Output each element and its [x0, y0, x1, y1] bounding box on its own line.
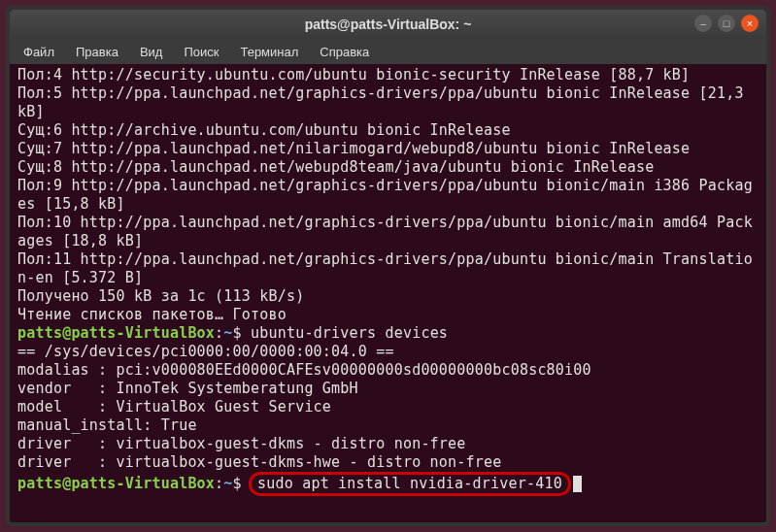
menu-view[interactable]: Вид	[130, 42, 173, 62]
window-title: patts@patts-VirtualBox: ~	[10, 17, 766, 32]
terminal-window: patts@patts-VirtualBox: ~ – □ × Файл Пра…	[6, 6, 770, 526]
prompt-line: patts@patts-VirtualBox:~$ ubuntu-drivers…	[17, 324, 759, 343]
menu-help[interactable]: Справка	[310, 42, 379, 62]
output-line: modalias : pci:v000080EEd0000CAFEsv00000…	[17, 361, 759, 380]
prompt-sep: :	[215, 324, 223, 342]
prompt-userhost: patts@patts-VirtualBox	[17, 475, 215, 492]
prompt-sep: :	[215, 475, 223, 492]
output-line: Сущ:8 http://ppa.launchpad.net/webupd8te…	[17, 158, 759, 177]
output-line: Чтение списков пакетов… Готово	[17, 306, 759, 324]
output-line: manual_install: True	[17, 416, 759, 435]
output-line: vendor : InnoTek Systemberatung GmbH	[17, 380, 759, 398]
output-line: Пол:5 http://ppa.launchpad.net/graphics-…	[17, 84, 759, 121]
prompt-symbol: $	[233, 475, 242, 492]
menu-edit[interactable]: Правка	[66, 42, 128, 62]
prompt-userhost: patts@patts-VirtualBox	[17, 324, 215, 342]
close-button[interactable]: ×	[741, 15, 759, 32]
output-line: driver : virtualbox-guest-dkms-hwe - dis…	[17, 453, 759, 472]
titlebar: patts@patts-VirtualBox: ~ – □ ×	[10, 10, 766, 39]
command-text: ubuntu-drivers devices	[251, 324, 448, 342]
output-line: Пол:9 http://ppa.launchpad.net/graphics-…	[17, 177, 759, 214]
menu-file[interactable]: Файл	[14, 42, 64, 62]
output-line: Сущ:6 http://archive.ubuntu.com/ubuntu b…	[17, 121, 759, 140]
output-line: Пол:11 http://ppa.launchpad.net/graphics…	[17, 250, 759, 287]
prompt-path: ~	[223, 324, 232, 342]
output-line: Пол:10 http://ppa.launchpad.net/graphics…	[17, 214, 759, 250]
prompt-path: ~	[223, 475, 232, 492]
output-line: driver : virtualbox-guest-dkms - distro …	[17, 435, 759, 453]
maximize-button[interactable]: □	[718, 15, 735, 32]
menu-terminal[interactable]: Терминал	[230, 42, 308, 62]
output-line: == /sys/devices/pci0000:00/0000:00:04.0 …	[17, 343, 759, 361]
highlighted-command: sudo apt install nvidia-driver-410	[249, 472, 571, 496]
output-line: model : VirtualBox Guest Service	[17, 398, 759, 416]
output-line: Пол:4 http://security.ubuntu.com/ubuntu …	[17, 66, 759, 84]
terminal-body[interactable]: Пол:4 http://security.ubuntu.com/ubuntu …	[10, 64, 766, 498]
output-line: Получено 150 kB за 1с (113 kB/s)	[17, 287, 759, 306]
output-line: Сущ:7 http://ppa.launchpad.net/nilarimog…	[17, 140, 759, 158]
cursor-icon	[573, 476, 582, 492]
prompt-symbol: $	[233, 324, 242, 342]
prompt-line: patts@patts-VirtualBox:~$ sudo apt insta…	[17, 472, 759, 496]
command-text: sudo apt install nvidia-driver-410	[257, 475, 562, 492]
window-controls: – □ ×	[694, 15, 759, 32]
minimize-button[interactable]: –	[694, 15, 712, 32]
menu-search[interactable]: Поиск	[174, 42, 228, 62]
menubar: Файл Правка Вид Поиск Терминал Справка	[10, 39, 766, 64]
